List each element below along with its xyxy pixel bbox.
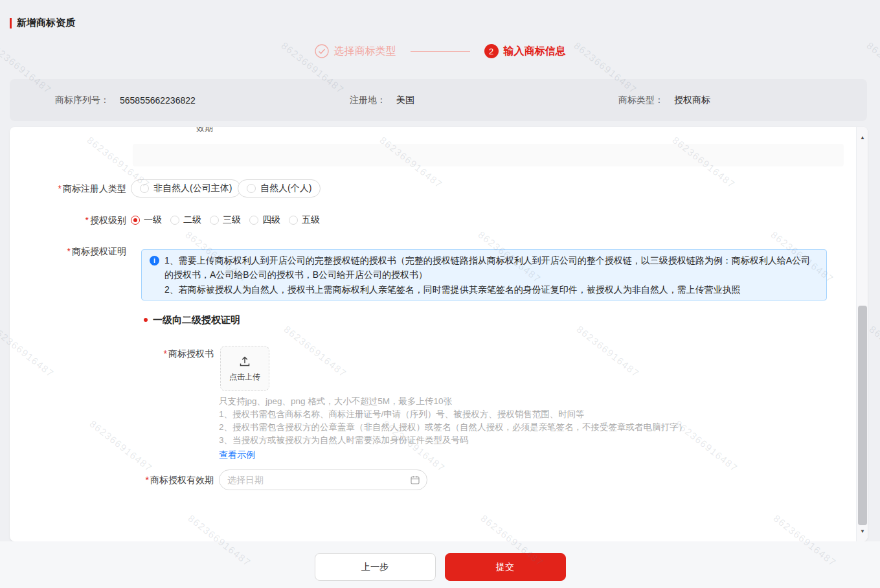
calendar-icon[interactable]	[411, 475, 420, 484]
page-header: 新增商标资质	[10, 17, 75, 29]
scroll-up-arrow[interactable]: ▲	[857, 135, 868, 141]
option-non-natural-person[interactable]: 非自然人(公司主体)	[131, 179, 241, 198]
required-asterisk: *	[146, 475, 149, 485]
radio-checked-icon	[131, 216, 140, 225]
step-2-enter-trademark-info: 2 输入商标信息	[484, 44, 566, 58]
stepper: 选择商标类型 2 输入商标信息	[0, 44, 880, 58]
step-2-label: 输入商标信息	[504, 45, 566, 58]
previous-step-button[interactable]: 上一步	[315, 553, 436, 581]
summary-serial-value: 565855662236822	[120, 95, 196, 106]
notice-line-1: 1、需要上传商标权利人到开店公司的完整授权链的授权书（完整的授权链路指从商标权利…	[164, 253, 817, 282]
clipped-field-box	[133, 144, 844, 166]
auth-proof-label: *商标授权证明	[10, 242, 126, 261]
auth-proof-notice-text: 1、需要上传商标权利人到开店公司的完整授权链的授权书（完整的授权链路指从商标权利…	[164, 253, 817, 297]
stepper-connector-line	[411, 51, 470, 52]
section-level1-to-level2: 一级向二级授权证明	[144, 311, 240, 329]
radio-level-3[interactable]: 三级	[210, 214, 241, 226]
required-asterisk: *	[85, 215, 89, 225]
summary-serial-label: 商标序列号：	[55, 95, 109, 106]
radio-unchecked-icon	[210, 216, 219, 225]
summary-place-value: 美国	[396, 95, 414, 106]
hint-format: 只支持jpg、jpeg、png 格式，大小不超过5M，最多上传10张	[219, 395, 724, 408]
radio-level-2[interactable]: 二级	[170, 214, 201, 226]
clipped-scrolled-text: 效期	[196, 127, 213, 137]
radio-unchecked-icon	[140, 184, 149, 193]
auth-level-label: *授权级别	[10, 210, 126, 230]
summary-trademark-type: 商标类型： 授权商标	[618, 79, 710, 121]
scroll-down-arrow[interactable]: ▼	[857, 528, 868, 535]
hint-1: 1、授权书需包含商标名称、商标注册证号/申请（序列）号、被授权方、授权销售范围、…	[219, 408, 724, 421]
auth-level-radio-group: 一级 二级 三级 四级 五级	[131, 210, 328, 230]
radio-unchecked-icon	[249, 216, 258, 225]
hint-3: 3、当授权方或被授权方为自然人时需要添加身份证件类型及号码	[219, 434, 724, 447]
radio-level-5[interactable]: 五级	[289, 214, 320, 226]
auth-proof-notice-box: i 1、需要上传商标权利人到开店公司的完整授权链的授权书（完整的授权链路指从商标…	[141, 249, 827, 300]
footer-action-bar: 上一步 提交	[0, 541, 880, 588]
radio-unchecked-icon	[289, 216, 298, 225]
summary-type-label: 商标类型：	[618, 95, 664, 106]
validity-date-field	[219, 469, 427, 490]
date-picker-input[interactable]	[219, 469, 427, 490]
option-natural-person-label: 自然人(个人)	[260, 183, 311, 194]
step-done-check-icon	[315, 44, 329, 58]
summary-place-label: 注册地：	[350, 95, 386, 106]
upload-button[interactable]: 点击上传	[220, 346, 269, 391]
radio-level-4[interactable]: 四级	[249, 214, 280, 226]
option-natural-person[interactable]: 自然人(个人)	[238, 179, 321, 198]
title-accent-bar	[10, 18, 12, 28]
validity-label: *商标授权有效期	[97, 469, 214, 490]
radio-level-1[interactable]: 一级	[131, 214, 162, 226]
radio-unchecked-icon	[247, 184, 256, 193]
view-example-link[interactable]: 查看示例	[219, 448, 255, 461]
section-title: 一级向二级授权证明	[153, 314, 240, 326]
section-bullet-dot	[144, 318, 148, 322]
required-asterisk: *	[164, 348, 167, 359]
required-asterisk: *	[67, 246, 71, 256]
trademark-summary-bar: 商标序列号： 565855662236822 注册地： 美国 商标类型： 授权商…	[10, 79, 867, 121]
info-icon: i	[150, 256, 159, 266]
notice-line-2: 2、若商标被授权人为自然人，授权书上需商标权利人亲笔签名，同时需提供其亲笔签名的…	[164, 282, 817, 297]
scrollbar-thumb[interactable]	[858, 306, 867, 525]
upload-icon	[238, 355, 251, 368]
radio-unchecked-icon	[170, 216, 179, 225]
upload-button-label: 点击上传	[229, 372, 260, 383]
step-2-number-badge: 2	[484, 44, 499, 58]
submit-button[interactable]: 提交	[445, 553, 566, 581]
summary-type-value: 授权商标	[674, 95, 710, 106]
summary-registration-place: 注册地： 美国	[350, 79, 414, 121]
required-asterisk: *	[58, 183, 62, 194]
summary-serial-number: 商标序列号： 565855662236822	[55, 79, 196, 121]
upload-hints: 只支持jpg、jpeg、png 格式，大小不超过5M，最多上传10张 1、授权书…	[219, 395, 724, 461]
registrant-type-label: *商标注册人类型	[10, 179, 126, 198]
page-title: 新增商标资质	[17, 17, 75, 29]
hint-2: 2、授权书需包含授权方的公章盖章（非自然人授权）或签名（自然人授权，必须是亲笔签…	[219, 421, 724, 434]
step-1-select-trademark-type: 选择商标类型	[315, 44, 396, 58]
upload-label: *商标授权书	[97, 344, 214, 363]
step-1-label: 选择商标类型	[334, 45, 396, 58]
option-non-natural-person-label: 非自然人(公司主体)	[153, 183, 232, 194]
form-scroll-panel: 效期 *商标注册人类型 非自然人(公司主体) 自然人(个人) *授权级别 一级 …	[10, 127, 868, 541]
panel-scrollbar[interactable]: ▲ ▼	[856, 127, 868, 541]
